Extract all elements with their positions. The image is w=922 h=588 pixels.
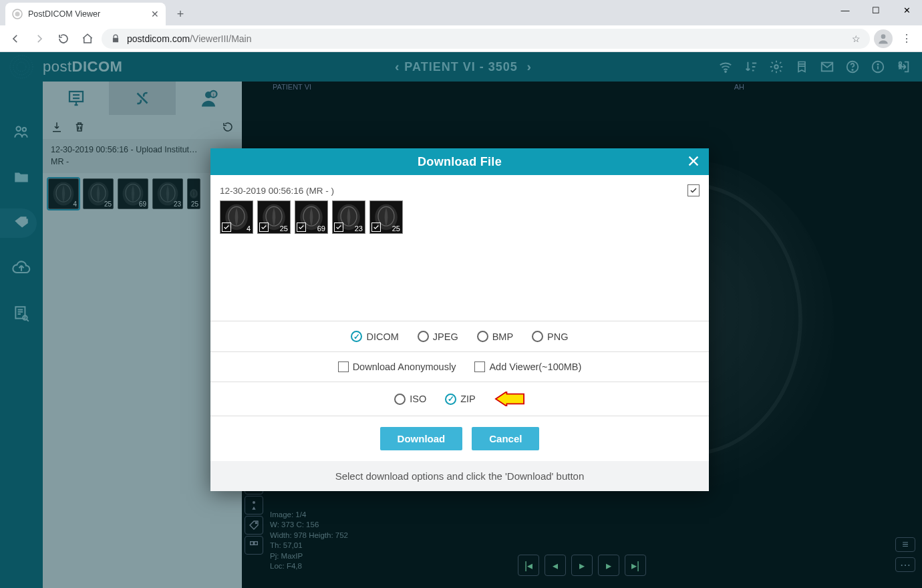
svg-point-7 [774,65,778,69]
thumb-checkbox[interactable] [371,223,381,232]
brand-text: postDICOM [43,58,122,76]
series-thumb[interactable]: 69 [118,178,148,209]
forward-button[interactable] [29,29,49,49]
viewer-more-icon[interactable]: ⋯ [895,557,915,572]
format-jpeg-radio[interactable]: JPEG [418,331,458,342]
download-icon[interactable] [51,121,63,133]
viewer-menu-icon[interactable]: ≡ [895,537,915,552]
dialog-series-thumb[interactable]: 69 [295,200,328,234]
app-root: postDICOM ‹‹ PATIENT VI - 3505 ›› [0,52,922,588]
browser-toolbar: postdicom.com/ViewerIII/Main ☆ ⋮ [0,25,922,52]
svg-point-39 [253,501,255,504]
dialog-close-button[interactable] [685,152,702,170]
thumb-checkbox[interactable] [297,223,306,232]
profile-avatar[interactable] [874,29,893,48]
nav-tags-icon[interactable] [11,212,31,233]
format-dicom-radio[interactable]: DICOM [351,331,398,342]
home-button[interactable] [78,29,98,49]
panel-tab-viewer[interactable] [43,82,109,115]
nav-folder-icon[interactable] [11,167,31,187]
next-frame-button[interactable]: ▸ [598,555,619,576]
svg-rect-42 [255,542,258,545]
dialog-series-thumb[interactable]: 25 [257,200,291,234]
format-row: DICOM JPEG BMP PNG [210,321,709,351]
archive-iso-radio[interactable]: ISO [394,394,426,405]
prev-frame-button[interactable]: ◂ [545,555,566,576]
sort-icon[interactable] [743,59,759,75]
lock-icon [111,34,120,43]
format-bmp-radio[interactable]: BMP [477,331,513,342]
select-all-checkbox[interactable] [687,184,700,196]
nav-search-doc-icon[interactable] [11,303,31,323]
play-button[interactable]: ▸ [571,555,593,576]
series-thumb[interactable]: 25 [83,178,114,209]
archive-icon[interactable] [794,59,810,75]
nav-users-icon[interactable] [11,122,31,142]
options-row: Download Anonymously Add Viewer(~100MB) [210,351,709,382]
reload-button[interactable] [53,29,73,49]
info-icon[interactable] [870,59,886,75]
nav-upload-icon[interactable] [11,258,31,278]
dialog-title: Download File [418,155,502,169]
svg-point-10 [852,69,853,70]
trash-icon[interactable] [73,121,86,133]
cancel-button[interactable]: Cancel [472,427,539,450]
svg-point-15 [23,128,26,131]
browser-menu-button[interactable]: ⋮ [897,29,917,49]
panel-tab-patient[interactable]: ! [176,82,242,115]
thumb-checkbox[interactable] [334,223,343,232]
series-thumb[interactable]: 23 [152,178,183,209]
app-topbar: postDICOM ‹‹ PATIENT VI - 3505 ›› [0,52,922,82]
download-button[interactable]: Download [380,427,463,450]
study-line2: MR - [51,156,234,168]
bookmark-icon[interactable]: ☆ [852,33,861,44]
tool-grid-icon[interactable] [245,536,263,555]
svg-point-14 [16,126,21,131]
exit-icon[interactable] [895,59,911,75]
tab-title: PostDICOM Viewer [28,9,100,19]
svg-text:!: ! [213,92,214,98]
series-thumb[interactable]: 25 [187,178,200,209]
tool-person-icon[interactable] [245,496,263,514]
anonymize-checkbox[interactable]: Download Anonymously [338,361,456,372]
panel-tab-tools[interactable] [109,82,175,115]
dialog-thumbs: 425692325 [220,200,700,234]
address-bar[interactable]: postdicom.com/ViewerIII/Main ☆ [102,29,870,49]
highlight-arrow-icon [494,392,525,406]
wifi-icon[interactable] [718,59,734,75]
svg-point-6 [725,71,726,72]
mail-icon[interactable] [819,59,835,75]
dialog-series-thumb[interactable]: 25 [369,200,403,234]
last-frame-button[interactable]: ▸| [625,555,646,576]
dialog-header: Download File [210,148,709,175]
window-close-button[interactable]: ✕ [891,0,922,20]
archive-zip-radio[interactable]: ZIP [445,394,476,405]
svg-point-4 [13,59,29,75]
thumb-checkbox[interactable] [222,223,231,232]
refresh-icon[interactable] [222,121,234,133]
tool-tag-icon[interactable] [245,516,263,535]
svg-point-13 [899,62,902,65]
format-png-radio[interactable]: PNG [532,331,568,342]
window-minimize-button[interactable]: — [830,0,861,20]
patient-nav: ‹‹ PATIENT VI - 3505 ›› [395,60,526,74]
window-maximize-button[interactable]: ☐ [861,0,891,20]
viewer-orientation-label: AH [734,83,744,91]
url-path: /ViewerIII/Main [190,33,251,44]
help-icon[interactable] [844,59,861,75]
dialog-series-thumb[interactable]: 23 [332,200,365,234]
svg-point-12 [877,64,878,65]
back-button[interactable] [5,29,25,49]
thumb-checkbox[interactable] [259,223,269,232]
new-tab-button[interactable]: + [171,5,190,23]
svg-point-2 [881,34,886,39]
add-viewer-checkbox[interactable]: Add Viewer(~100MB) [474,361,581,372]
dialog-series-label: 12-30-2019 00:56:16 (MR - ) [220,186,334,196]
first-frame-button[interactable]: |◂ [518,555,539,576]
browser-tab[interactable]: PostDICOM Viewer ✕ [5,3,166,25]
gear-icon[interactable] [768,59,784,75]
svg-point-40 [255,523,257,524]
tab-close-icon[interactable]: ✕ [151,9,159,19]
dialog-series-thumb[interactable]: 4 [220,200,253,234]
series-thumb[interactable]: 4 [48,178,79,209]
